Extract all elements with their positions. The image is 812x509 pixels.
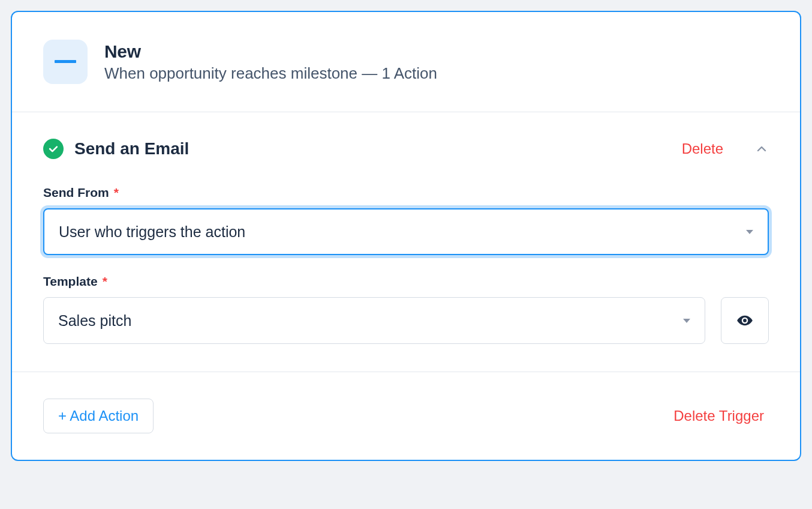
preview-template-button[interactable] [721,297,769,344]
add-action-button[interactable]: + Add Action [43,399,154,433]
send-from-label: Send From * [43,185,119,200]
action-section: Send an Email Delete Send From * User wh… [12,112,800,372]
required-marker: * [103,274,107,289]
trigger-card: New When opportunity reaches milestone —… [11,11,801,461]
eye-icon [736,312,753,329]
required-marker: * [114,185,119,200]
trigger-title: New [104,41,437,62]
action-header: Send an Email Delete [43,139,769,159]
caret-down-icon [746,230,753,234]
card-footer: + Add Action Delete Trigger [12,372,800,460]
caret-down-icon [683,319,690,323]
send-from-value: User who triggers the action [59,223,245,241]
milestone-icon [43,40,88,84]
chevron-up-icon [754,142,769,156]
template-field: Template * Sales pitch [43,274,769,344]
send-from-field: Send From * User who triggers the action [43,185,769,255]
delete-trigger-button[interactable]: Delete Trigger [673,408,764,424]
send-from-select[interactable]: User who triggers the action [43,208,769,255]
card-header: New When opportunity reaches milestone —… [12,12,800,112]
collapse-toggle[interactable] [754,142,769,156]
template-label: Template * [43,274,107,289]
delete-action-button[interactable]: Delete [682,140,723,157]
trigger-subtitle: When opportunity reaches milestone — 1 A… [104,64,437,83]
action-title: Send an Email [74,139,671,158]
template-select[interactable]: Sales pitch [43,297,705,344]
template-value: Sales pitch [58,312,131,330]
check-circle-icon [43,139,64,159]
